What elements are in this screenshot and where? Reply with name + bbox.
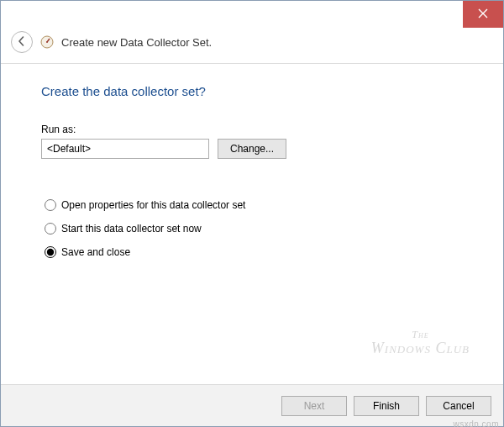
options-group: Open properties for this data collector …: [45, 199, 463, 258]
watermark-line1: The: [371, 329, 470, 340]
wizard-heading: Create the data collector set?: [41, 84, 463, 98]
radio-save-close[interactable]: [45, 246, 56, 258]
arrow-left-icon: [16, 35, 28, 50]
close-icon: [478, 8, 488, 21]
footer-bar: Next Finish Cancel: [1, 384, 503, 426]
next-button: Next: [281, 396, 347, 416]
titlebar: [1, 1, 503, 28]
option-label: Start this data collector set now: [61, 223, 202, 235]
wizard-window: Create new Data Collector Set. Create th…: [0, 0, 504, 427]
option-save-close[interactable]: Save and close: [45, 246, 463, 258]
watermark: The Windows Club: [371, 329, 470, 357]
page-title: Create new Data Collector Set.: [61, 36, 212, 49]
radio-open-properties[interactable]: [45, 199, 56, 211]
run-as-label: Run as:: [41, 124, 463, 135]
app-icon: [39, 34, 55, 50]
change-button[interactable]: Change...: [218, 139, 286, 159]
back-button[interactable]: [11, 31, 33, 53]
option-start-now[interactable]: Start this data collector set now: [45, 223, 463, 235]
content-area: Create the data collector set? Run as: C…: [1, 64, 503, 258]
watermark-line2: Windows Club: [371, 340, 470, 357]
run-as-row: Change...: [41, 139, 463, 159]
option-label: Open properties for this data collector …: [61, 199, 245, 211]
close-button[interactable]: [463, 1, 503, 28]
run-as-input[interactable]: [41, 139, 209, 159]
option-open-properties[interactable]: Open properties for this data collector …: [45, 199, 463, 211]
radio-start-now[interactable]: [45, 223, 56, 235]
svg-point-1: [46, 41, 48, 43]
header-bar: Create new Data Collector Set.: [1, 28, 503, 64]
option-label: Save and close: [61, 246, 130, 258]
finish-button[interactable]: Finish: [354, 396, 419, 416]
cancel-button[interactable]: Cancel: [426, 396, 491, 416]
